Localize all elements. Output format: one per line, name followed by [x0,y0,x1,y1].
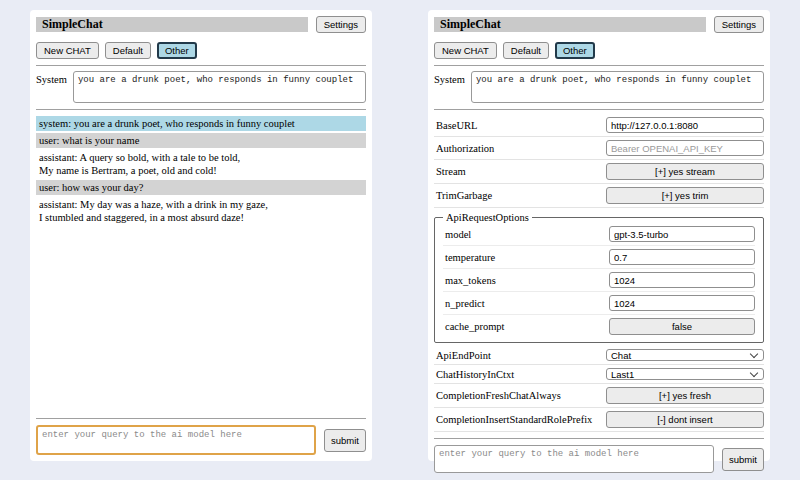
submit-button[interactable]: submit [722,448,764,471]
divider [434,438,764,439]
system-prompt-label: System [434,74,465,85]
query-row: submit [434,445,764,473]
app-title: SimpleChat [36,17,308,32]
settings-button[interactable]: Settings [714,16,764,33]
setting-row-max-tokens: max_tokens [443,269,755,292]
chat-message-user: user: how was your day? [36,180,366,195]
setting-row-cache-prompt: cache_prompt false [443,315,755,338]
stream-label: Stream [436,166,466,177]
cache-prompt-toggle-button[interactable]: false [609,318,755,335]
chevron-down-icon [750,350,758,358]
settings-button[interactable]: Settings [316,16,366,33]
query-row: submit [36,425,366,455]
n-predict-label: n_predict [445,298,485,309]
model-input[interactable] [609,226,755,242]
max-tokens-input[interactable] [609,272,755,288]
setting-row-completion-insert-standard-role-prefix: CompletionInsertStandardRolePrefix [-] d… [434,408,764,432]
system-prompt-input[interactable]: you are a drunk poet, who responds in fu… [73,71,366,103]
query-input[interactable] [434,445,714,473]
chevron-down-icon [750,369,758,377]
new-chat-button[interactable]: New CHAT [434,42,497,59]
completion-insert-standard-role-prefix-label: CompletionInsertStandardRolePrefix [436,414,592,425]
chat-message-user: user: what is your name [36,133,366,148]
app-title: SimpleChat [434,17,706,32]
header: SimpleChat Settings [434,16,764,33]
api-request-options-legend: ApiRequestOptions [443,212,532,223]
completion-fresh-chat-always-label: CompletionFreshChatAlways [436,390,561,401]
session-button-other[interactable]: Other [555,42,595,59]
session-button-other[interactable]: Other [157,42,197,59]
trimgarbage-label: TrimGarbage [436,190,492,201]
setting-row-model: model [443,223,755,246]
completion-fresh-chat-toggle-button[interactable]: [+] yes fresh [606,387,764,404]
system-prompt-label: System [36,74,67,85]
header: SimpleChat Settings [36,16,366,33]
chat-history-in-ctxt-label: ChatHistoryInCtxt [436,369,514,380]
trimgarbage-toggle-button[interactable]: [+] yes trim [606,187,764,204]
setting-row-trimgarbage: TrimGarbage [+] yes trim [434,184,764,208]
cache-prompt-label: cache_prompt [445,321,504,332]
setting-row-authorization: Authorization [434,137,764,160]
session-buttons: New CHAT Default Other [434,42,764,59]
setting-row-baseurl: BaseURL [434,114,764,137]
chat-message-system: system: you are a drunk poet, who respon… [36,116,366,131]
baseurl-label: BaseURL [436,120,477,131]
system-prompt-input[interactable]: you are a drunk poet, who responds in fu… [471,71,764,103]
api-endpoint-label: ApiEndPoint [436,350,491,361]
system-prompt-row: System you are a drunk poet, who respond… [434,71,764,103]
divider [434,65,764,66]
setting-row-temperature: temperature [443,246,755,269]
query-input[interactable] [36,425,316,455]
setting-row-stream: Stream [+] yes stream [434,160,764,184]
submit-button[interactable]: submit [324,429,366,452]
chat-message-assistant: assistant: My day was a haze, with a dri… [36,197,366,225]
baseurl-input[interactable] [606,117,764,133]
settings-panel: SimpleChat Settings New CHAT Default Oth… [428,10,770,461]
setting-row-completion-fresh-chat-always: CompletionFreshChatAlways [+] yes fresh [434,384,764,408]
chat-message-list: system: you are a drunk poet, who respon… [36,116,366,227]
divider [434,109,764,110]
new-chat-button[interactable]: New CHAT [36,42,99,59]
session-button-default[interactable]: Default [503,42,549,59]
session-button-default[interactable]: Default [105,42,151,59]
api-endpoint-selected-value: Chat [611,350,631,361]
setting-row-n-predict: n_predict [443,292,755,315]
n-predict-input[interactable] [609,295,755,311]
authorization-label: Authorization [436,143,494,154]
chat-message-assistant: assistant: A query so bold, with a tale … [36,150,366,178]
model-label: model [445,229,471,240]
system-prompt-row: System you are a drunk poet, who respond… [36,71,366,103]
temperature-input[interactable] [609,249,755,265]
setting-row-api-endpoint: ApiEndPoint Chat [434,346,764,365]
divider [36,65,366,66]
api-request-options-fieldset: ApiRequestOptions model temperature max_… [434,212,764,343]
api-endpoint-select[interactable]: Chat [606,349,764,361]
completion-insert-role-prefix-toggle-button[interactable]: [-] dont insert [606,411,764,428]
authorization-input[interactable] [606,140,764,156]
divider [36,418,366,419]
setting-row-chat-history-in-ctxt: ChatHistoryInCtxt Last1 [434,365,764,384]
max-tokens-label: max_tokens [445,275,496,286]
chat-panel: SimpleChat Settings New CHAT Default Oth… [30,10,372,461]
stream-toggle-button[interactable]: [+] yes stream [606,163,764,180]
session-buttons: New CHAT Default Other [36,42,366,59]
settings-list: BaseURL Authorization Stream [+] yes str… [434,114,764,432]
divider [36,109,366,110]
temperature-label: temperature [445,252,495,263]
chat-history-in-ctxt-select[interactable]: Last1 [606,368,764,380]
chat-history-selected-value: Last1 [611,369,634,380]
